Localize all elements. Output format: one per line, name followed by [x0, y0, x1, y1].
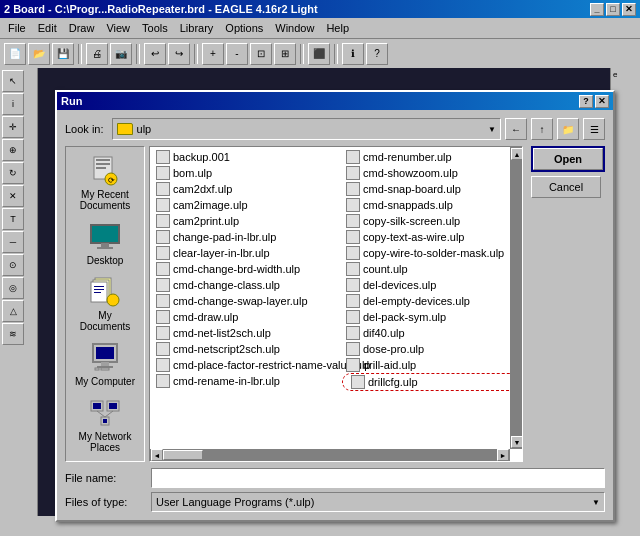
menu-library[interactable]: Library [174, 20, 220, 36]
list-item[interactable]: backup.001 [152, 149, 338, 165]
lt-delete[interactable]: ✕ [2, 185, 24, 207]
list-item[interactable]: copy-wire-to-solder-mask.ulp [342, 245, 522, 261]
list-item[interactable]: cmd-place-factor-restrict-name-value.ulp [152, 357, 338, 373]
lt-select[interactable]: ↖ [2, 70, 24, 92]
tb-zoom-fit[interactable]: ⊡ [250, 43, 272, 65]
list-item[interactable]: drill-aid.ulp [342, 357, 522, 373]
eagle-titlebar: 2 Board - C:\Progr...RadioRepeater.brd -… [0, 0, 640, 18]
filename-input[interactable] [151, 468, 605, 488]
list-item[interactable]: cmd-netscript2sch.ulp [152, 341, 338, 357]
menu-help[interactable]: Help [320, 20, 355, 36]
lt-copy[interactable]: ⊕ [2, 139, 24, 161]
filetype-combo[interactable]: User Language Programs (*.ulp) ▼ [151, 492, 605, 512]
minimize-btn[interactable]: _ [590, 3, 604, 16]
menu-options[interactable]: Options [219, 20, 269, 36]
open-button[interactable]: Open [533, 148, 603, 170]
list-item[interactable]: cmd-snap-board.ulp [342, 181, 522, 197]
nav-up-btn[interactable]: ↑ [531, 118, 553, 140]
list-item[interactable]: drillcfg.ulp [342, 373, 522, 391]
lt-ratsnest[interactable]: ≋ [2, 323, 24, 345]
tb-help[interactable]: ? [366, 43, 388, 65]
look-in-combo[interactable]: ulp ▼ [112, 118, 501, 140]
lt-move[interactable]: ✛ [2, 116, 24, 138]
scroll-down-btn[interactable]: ▼ [511, 436, 523, 448]
list-item[interactable]: del-empty-devices.ulp [342, 293, 522, 309]
list-item[interactable]: cam2dxf.ulp [152, 181, 338, 197]
tb-open[interactable]: 📂 [28, 43, 50, 65]
nav-back-btn[interactable]: ← [505, 118, 527, 140]
list-item[interactable]: cmd-net-list2sch.ulp [152, 325, 338, 341]
scroll-left-btn[interactable]: ◄ [151, 449, 163, 461]
list-item[interactable]: copy-text-as-wire.ulp [342, 229, 522, 245]
tb-info[interactable]: ℹ [342, 43, 364, 65]
tb-zoom-out[interactable]: - [226, 43, 248, 65]
tb-new[interactable]: 📄 [4, 43, 26, 65]
nav-new-folder-btn[interactable]: 📁 [557, 118, 579, 140]
list-item[interactable]: del-devices.ulp [342, 277, 522, 293]
tb-zoom-area[interactable]: ⊞ [274, 43, 296, 65]
tb-stop[interactable]: ⬛ [308, 43, 330, 65]
tb-redo[interactable]: ↪ [168, 43, 190, 65]
cancel-button[interactable]: Cancel [531, 176, 601, 198]
dialog-close-btn[interactable]: ✕ [595, 95, 609, 108]
menu-edit[interactable]: Edit [32, 20, 63, 36]
v-scrollbar[interactable]: ▲ ▼ [510, 147, 522, 449]
nav-view-btn[interactable]: ☰ [583, 118, 605, 140]
sidebar-item-desktop[interactable]: Desktop [70, 217, 140, 270]
menu-draw[interactable]: Draw [63, 20, 101, 36]
list-item[interactable]: cmd-change-class.ulp [152, 277, 338, 293]
scroll-right-btn[interactable]: ► [497, 449, 509, 461]
documents-icon [89, 276, 121, 308]
sidebar-item-recent[interactable]: ⟳ My Recent Documents [70, 151, 140, 215]
list-item[interactable]: clear-layer-in-lbr.ulp [152, 245, 338, 261]
list-item[interactable]: cam2image.ulp [152, 197, 338, 213]
list-item[interactable]: count.ulp [342, 261, 522, 277]
list-item[interactable]: dif40.ulp [342, 325, 522, 341]
lt-text[interactable]: T [2, 208, 24, 230]
h-scrollbar[interactable]: ◄ ► [150, 449, 510, 461]
close-btn[interactable]: ✕ [622, 3, 636, 16]
list-item[interactable]: cmd-rename-in-lbr.ulp [152, 373, 338, 389]
list-item[interactable]: cam2print.ulp [152, 213, 338, 229]
svg-rect-14 [94, 289, 104, 290]
scroll-track[interactable] [163, 450, 497, 460]
scroll-thumb[interactable] [163, 450, 203, 460]
tb-save[interactable]: 💾 [52, 43, 74, 65]
list-item[interactable]: del-pack-sym.ulp [342, 309, 522, 325]
sidebar-item-computer[interactable]: My Computer [70, 338, 140, 391]
dialog-help-btn[interactable]: ? [579, 95, 593, 108]
maximize-btn[interactable]: □ [606, 3, 620, 16]
list-item[interactable]: copy-silk-screen.ulp [342, 213, 522, 229]
list-item[interactable]: cmd-renumber.ulp [342, 149, 522, 165]
scroll-up-btn[interactable]: ▲ [511, 148, 523, 160]
list-item[interactable]: cmd-draw.ulp [152, 309, 338, 325]
lt-pad[interactable]: ⊙ [2, 254, 24, 276]
vscroll-track[interactable] [511, 160, 521, 436]
list-item[interactable]: cmd-change-brd-width.ulp [152, 261, 338, 277]
eagle-title: 2 Board - C:\Progr...RadioRepeater.brd -… [4, 3, 318, 15]
dialog-buttons: Open Cancel [531, 146, 605, 462]
lt-info[interactable]: i [2, 93, 24, 115]
tb-print[interactable]: 🖨 [86, 43, 108, 65]
menu-window[interactable]: Window [269, 20, 320, 36]
menu-file[interactable]: File [2, 20, 32, 36]
file-label: change-pad-in-lbr.ulp [173, 231, 276, 243]
lt-polygon[interactable]: △ [2, 300, 24, 322]
tb-cam[interactable]: 📷 [110, 43, 132, 65]
list-item[interactable]: cmd-change-swap-layer.ulp [152, 293, 338, 309]
lt-rotate[interactable]: ↻ [2, 162, 24, 184]
lt-wire[interactable]: ─ [2, 231, 24, 253]
list-item[interactable]: cmd-showzoom.ulp [342, 165, 522, 181]
lt-via[interactable]: ◎ [2, 277, 24, 299]
menu-view[interactable]: View [100, 20, 136, 36]
list-item[interactable]: change-pad-in-lbr.ulp [152, 229, 338, 245]
tb-zoom-in[interactable]: + [202, 43, 224, 65]
tb-undo[interactable]: ↩ [144, 43, 166, 65]
list-item[interactable]: bom.ulp [152, 165, 338, 181]
list-item[interactable]: dose-pro.ulp [342, 341, 522, 357]
menu-tools[interactable]: Tools [136, 20, 174, 36]
sidebar-item-network[interactable]: My Network Places [70, 393, 140, 457]
list-item[interactable]: cmd-snappads.ulp [342, 197, 522, 213]
recent-icon: ⟳ [89, 155, 121, 187]
sidebar-item-documents[interactable]: My Documents [70, 272, 140, 336]
